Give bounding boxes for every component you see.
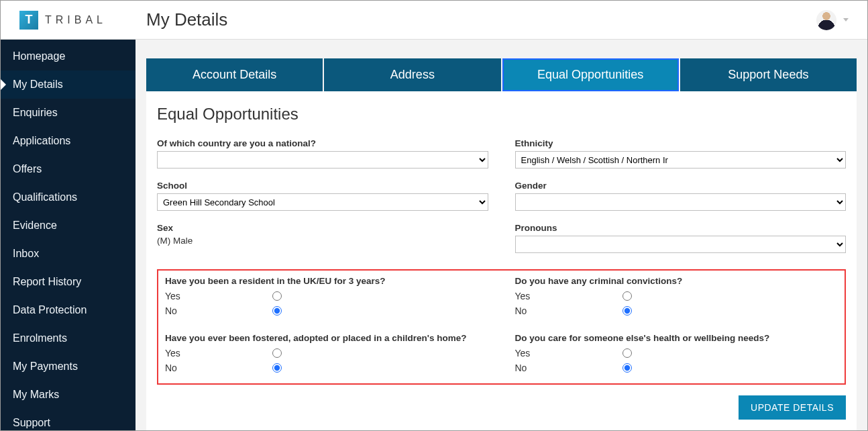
question-resident: Have you been a resident in the UK/EU fo… [165, 276, 488, 318]
sidebar-item-enquiries[interactable]: Enquiries [1, 99, 135, 127]
sidebar-item-offers[interactable]: Offers [1, 155, 135, 183]
brand-mark: T [19, 11, 38, 30]
sidebar-item-data-protection[interactable]: Data Protection [1, 296, 135, 324]
value-sex: (M) Male [157, 236, 488, 246]
sidebar-item-label: Qualifications [13, 191, 77, 203]
brand-name: TRIBAL [45, 14, 107, 26]
radio-criminal-no[interactable] [622, 306, 632, 316]
field-gender: Gender [515, 181, 847, 211]
sidebar-item-label: Enrolments [13, 332, 67, 344]
option-yes-label: Yes [515, 291, 622, 301]
question-fostered: Have you ever been fostered, adopted or … [165, 333, 488, 375]
sidebar-item-report-history[interactable]: Report History [1, 268, 135, 296]
sidebar-item-support[interactable]: Support [1, 409, 135, 431]
tab-support-needs[interactable]: Support Needs [680, 58, 857, 91]
sidebar-item-my-payments[interactable]: My Payments [1, 352, 135, 381]
label-ethnicity: Ethnicity [515, 138, 847, 148]
field-ethnicity: Ethnicity English / Welsh / Scottish / N… [515, 138, 847, 169]
label-sex: Sex [157, 223, 488, 233]
sidebar-item-label: Data Protection [13, 304, 87, 316]
field-school: School Green Hill Secondary School [157, 181, 488, 211]
select-nationality[interactable] [157, 151, 488, 169]
question-label: Have you been a resident in the UK/EU fo… [165, 276, 488, 286]
sidebar-item-qualifications[interactable]: Qualifications [1, 183, 135, 211]
sidebar-item-label: Offers [13, 163, 42, 175]
radio-criminal-yes[interactable] [622, 291, 632, 301]
avatar [816, 10, 836, 30]
topbar: T TRIBAL My Details [1, 1, 867, 40]
select-school[interactable]: Green Hill Secondary School [157, 193, 488, 211]
option-no-label: No [515, 363, 622, 373]
label-pronouns: Pronouns [515, 223, 847, 233]
update-details-button[interactable]: UPDATE DETAILS [739, 395, 846, 420]
sidebar-item-homepage[interactable]: Homepage [1, 42, 135, 70]
chevron-down-icon [843, 18, 849, 21]
panel-equal-opportunities: Equal Opportunities Of which country are… [146, 91, 857, 430]
radio-fostered-no[interactable] [272, 363, 282, 373]
sidebar-item-label: Homepage [13, 50, 65, 62]
option-yes-label: Yes [165, 291, 272, 301]
sidebar-item-label: Report History [13, 276, 81, 287]
sidebar: Homepage My Details Enquiries Applicatio… [1, 40, 135, 430]
actions: UPDATE DETAILS [157, 395, 846, 420]
option-no-label: No [165, 305, 272, 316]
label-gender: Gender [515, 181, 847, 191]
sidebar-item-label: Enquiries [13, 107, 58, 118]
radio-resident-yes[interactable] [272, 291, 282, 301]
tabs: Account Details Address Equal Opportunit… [146, 58, 857, 91]
sidebar-item-label: Applications [13, 135, 70, 146]
sidebar-item-label: My Marks [13, 389, 59, 400]
sidebar-item-applications[interactable]: Applications [1, 127, 135, 155]
sidebar-item-evidence[interactable]: Evidence [1, 211, 135, 240]
user-menu[interactable] [816, 10, 855, 30]
section-heading: Equal Opportunities [157, 105, 846, 124]
brand: T TRIBAL [1, 11, 135, 30]
field-nationality: Of which country are you a national? [157, 138, 488, 169]
sidebar-item-label: Support [13, 417, 50, 428]
select-ethnicity[interactable]: English / Welsh / Scottish / Northern Ir [515, 151, 847, 169]
question-carer: Do you care for someone else's health or… [515, 333, 838, 375]
sidebar-item-label: Evidence [13, 220, 57, 231]
field-pronouns: Pronouns [515, 223, 847, 253]
sidebar-item-inbox[interactable]: Inbox [1, 240, 135, 268]
page-title: My Details [135, 9, 816, 30]
radio-carer-yes[interactable] [622, 348, 632, 358]
sidebar-item-my-details[interactable]: My Details [1, 70, 135, 99]
option-yes-label: Yes [165, 348, 272, 358]
tab-account-details[interactable]: Account Details [146, 58, 323, 91]
option-no-label: No [165, 363, 272, 373]
radio-resident-no[interactable] [272, 306, 282, 316]
question-label: Have you ever been fostered, adopted or … [165, 333, 488, 343]
question-label: Do you have any criminal convictions? [515, 276, 838, 286]
field-sex: Sex (M) Male [157, 223, 488, 253]
option-yes-label: Yes [515, 348, 622, 358]
highlight-box: Have you been a resident in the UK/EU fo… [157, 269, 846, 385]
sidebar-item-enrolments[interactable]: Enrolments [1, 324, 135, 352]
select-gender[interactable] [515, 193, 847, 211]
radio-fostered-yes[interactable] [272, 348, 282, 358]
radio-carer-no[interactable] [622, 363, 632, 373]
option-no-label: No [515, 305, 622, 316]
label-school: School [157, 181, 488, 191]
sidebar-item-label: Inbox [13, 248, 39, 259]
select-pronouns[interactable] [515, 236, 847, 253]
sidebar-item-my-marks[interactable]: My Marks [1, 381, 135, 409]
sidebar-item-label: My Payments [13, 361, 78, 372]
label-nationality: Of which country are you a national? [157, 138, 488, 148]
sidebar-item-label: My Details [13, 79, 63, 90]
tab-equal-opportunities[interactable]: Equal Opportunities [502, 58, 679, 91]
question-criminal: Do you have any criminal convictions? Ye… [515, 276, 838, 318]
question-label: Do you care for someone else's health or… [515, 333, 838, 343]
content-area: Account Details Address Equal Opportunit… [135, 40, 867, 430]
tab-address[interactable]: Address [324, 58, 500, 91]
